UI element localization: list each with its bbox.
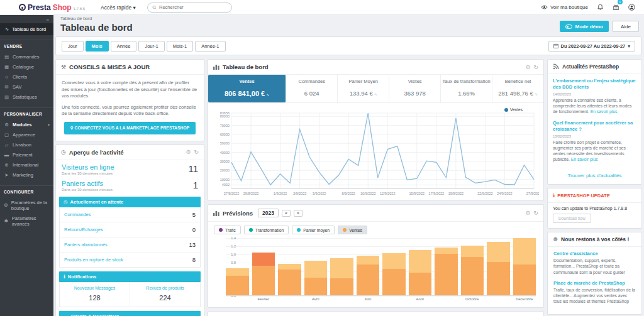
sidebar-item-livraison[interactable]: ▱Livraison xyxy=(4,139,50,150)
support-link[interactable]: Place de marché de PrestaShop xyxy=(553,280,636,286)
support-text: Trafic, taux de conversion, fidélisation… xyxy=(553,287,636,305)
sidebar-item-apparence[interactable]: ▢Apparence xyxy=(4,129,50,139)
sidebar-item-clients[interactable]: ☺Clients xyxy=(4,72,50,82)
kpi-tab-b-n-fice-net[interactable]: Bénéfice net281 498,76 €∿ xyxy=(492,75,543,102)
view-shop-link[interactable]: Voir ma boutique xyxy=(541,4,588,11)
sidebar-item-label: Apparence xyxy=(13,132,35,138)
previous-year-button[interactable]: « xyxy=(282,210,291,217)
forecast-bar-mai[interactable] xyxy=(330,258,353,295)
forecast-bar-septembre[interactable] xyxy=(435,248,458,295)
notification-value: 128 xyxy=(62,294,127,302)
search-input[interactable] xyxy=(159,4,227,10)
account-icon[interactable] xyxy=(628,4,635,11)
sidebar-item-modules[interactable]: ⚙Modules▾ xyxy=(4,119,50,129)
metric-toggle-panier-moyen[interactable]: Panier moyen xyxy=(292,226,335,234)
bar-segment-top xyxy=(330,258,353,278)
support-link[interactable]: Centre d'assistance xyxy=(553,251,636,256)
prestashop-logo[interactable]: PrestaShop 1.7.8.5 xyxy=(0,3,94,12)
search-box[interactable] xyxy=(147,3,232,13)
row-label-link[interactable]: Retours/Échanges xyxy=(64,227,103,232)
forecast-bar-janvier[interactable] xyxy=(226,268,249,295)
legend-dot-icon xyxy=(219,228,223,232)
sidebar-item-marketing[interactable]: ➤Marketing xyxy=(4,170,50,180)
refresh-icon[interactable]: ↻ xyxy=(194,149,199,155)
period-button-année[interactable]: Année xyxy=(111,41,137,52)
sidebar-item-catalogue[interactable]: ▦Catalogue xyxy=(4,62,50,72)
bar-segment-top xyxy=(382,253,406,269)
demo-mode-button[interactable]: Mode démo xyxy=(560,21,609,32)
row-label-link[interactable]: Produits en rupture de stock xyxy=(64,257,123,263)
period-button-mois[interactable]: Mois xyxy=(86,41,109,52)
support-panel-title: Nous restons à vos côtés ! xyxy=(561,236,629,242)
kpi-label: Visites xyxy=(391,79,439,84)
forecast-bar-f-vrier[interactable] xyxy=(252,253,275,295)
notification-label-link[interactable]: Revues de produits xyxy=(133,286,197,290)
metric-toggle-trafic[interactable]: Trafic xyxy=(214,226,241,234)
sidebar-item-sav[interactable]: ✉SAV xyxy=(4,82,50,92)
sparkline-icon: ∿ xyxy=(535,92,538,96)
help-button[interactable]: Aide xyxy=(613,21,639,32)
period-button-jour[interactable]: Jour xyxy=(62,41,84,52)
kpi-tab-commandes[interactable]: Commandes6 024 xyxy=(286,75,338,102)
date-range-picker[interactable]: Du 2022-08-27 Au 2022-09-27 ▾ xyxy=(548,41,635,52)
sidebar-item-tableau-de-bord[interactable]: ∿ Tableau de bord xyxy=(0,23,53,35)
forecast-bar-juin[interactable] xyxy=(357,256,380,295)
period-button-jour-1[interactable]: Jour-1 xyxy=(138,41,164,52)
next-year-button[interactable]: » xyxy=(294,210,303,217)
kpi-tab-taux-de-transformation[interactable]: Taux de transformation1.66% xyxy=(441,75,492,102)
sidebar-item-international[interactable]: ⊕International xyxy=(4,160,50,170)
news-article[interactable]: L'embasement ou l'enjeu stratégique des … xyxy=(553,78,636,114)
article-title[interactable]: L'embasement ou l'enjeu stratégique des … xyxy=(553,78,636,90)
forecast-panel-title: Prévisions xyxy=(223,210,253,217)
news-article[interactable]: Quel financement pour accélérer sa crois… xyxy=(553,120,636,162)
forecast-bar-ao-t[interactable] xyxy=(409,250,432,295)
kpi-tab-panier-moyen[interactable]: Panier Moyen133,94 €∿ xyxy=(338,75,389,102)
kpi-label: Commandes xyxy=(287,79,336,84)
settings-gear-icon[interactable]: ⚙ xyxy=(525,64,530,70)
row-label-link[interactable]: Commandes xyxy=(64,212,91,217)
forecast-bar-avril[interactable] xyxy=(304,261,328,295)
sidebar-item-statistiques[interactable]: ▥Statistiques xyxy=(4,92,50,102)
quick-access-dropdown[interactable]: Accès rapide ▾ xyxy=(101,4,136,11)
advice-panel-title: CONSEILS & MISES A JOUR xyxy=(69,63,150,70)
support-section: Centre d'assistanceDocumentation, suppor… xyxy=(553,251,636,275)
kpi-label: Taux de transformation xyxy=(442,79,491,84)
period-button-année-1[interactable]: Année-1 xyxy=(195,41,225,52)
marketing-icon: ➤ xyxy=(4,172,9,178)
more-news-link[interactable]: Trouver plus d'actualités xyxy=(548,169,641,184)
sidebar-item-parametres-boutique[interactable]: ⚙Paramètres de la boutique xyxy=(4,197,50,213)
bar-segment-base xyxy=(252,266,275,295)
sidebar-item-paiement[interactable]: ▬Paiement xyxy=(4,150,50,160)
notifications-bell-icon[interactable] xyxy=(597,4,604,11)
online-visitors-link[interactable]: Visiteurs en ligne xyxy=(62,163,188,171)
sidebar-item-commandes[interactable]: ▤Commandes xyxy=(4,52,50,62)
gift-badge: 0 xyxy=(618,0,623,4)
forecast-bar-d-cembre[interactable] xyxy=(513,238,536,295)
article-title[interactable]: Quel financement pour accélérer sa crois… xyxy=(553,120,636,133)
marketplace-connect-button[interactable]: ⚲ CONNECTEZ VOUS A LA MARKETPLACE PRESTA… xyxy=(64,122,196,134)
forecast-bar-octobre[interactable] xyxy=(461,246,484,295)
metric-toggle-ventes[interactable]: Ventes xyxy=(338,226,367,234)
forecast-bar-novembre[interactable] xyxy=(487,242,510,295)
forecast-bar-juillet[interactable] xyxy=(382,253,406,295)
metric-toggle-transformation[interactable]: Transformation xyxy=(244,226,289,234)
refresh-icon[interactable]: ↻ xyxy=(533,64,538,70)
sidebar-item-parametres-avances[interactable]: ✱Paramètres avancés xyxy=(4,213,50,229)
notification-label-link[interactable]: Nouveaux Messages xyxy=(62,286,127,290)
active-carts-link[interactable]: Paniers actifs xyxy=(62,180,193,187)
svg-text:10000: 10000 xyxy=(220,178,230,182)
row-label-link[interactable]: Paniers abandonnés xyxy=(64,242,108,248)
sidebar-collapse-button[interactable]: « xyxy=(0,15,53,23)
settings-gear-icon[interactable]: ⚙ xyxy=(186,149,191,155)
download-now-button[interactable]: Download now xyxy=(553,214,591,223)
forecast-bar-mars[interactable] xyxy=(278,264,301,295)
read-more-link[interactable]: En savoir plus xyxy=(571,157,598,161)
period-button-mois-1[interactable]: Mois-1 xyxy=(167,41,194,52)
kpi-tab-ventes[interactable]: Ventes806 841,00 €∿ xyxy=(208,75,286,102)
read-more-link[interactable]: En savoir plus xyxy=(591,109,618,114)
kpi-tab-visites[interactable]: Visites363 978 xyxy=(389,75,441,102)
refresh-icon[interactable]: ↻ xyxy=(533,210,538,216)
gift-menu[interactable]: 0 xyxy=(613,2,619,13)
x-axis-label: Décembre xyxy=(513,297,536,303)
settings-gear-icon[interactable]: ⚙ xyxy=(525,210,530,216)
